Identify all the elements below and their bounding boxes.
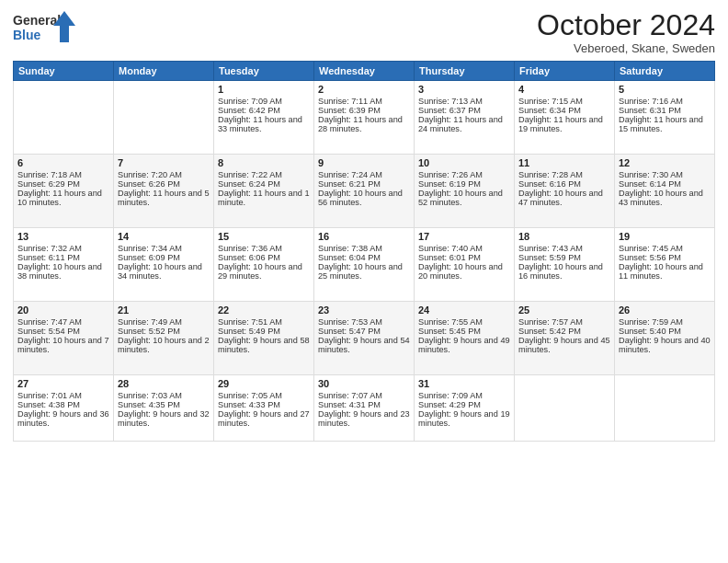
- table-row: 3Sunrise: 7:13 AMSunset: 6:37 PMDaylight…: [415, 81, 515, 155]
- col-thursday: Thursday: [415, 62, 515, 81]
- month-title: October 2024: [537, 9, 715, 41]
- table-row: [615, 375, 715, 442]
- sunrise: Sunrise: 7:15 AM: [518, 97, 583, 106]
- day-number: 26: [619, 304, 711, 316]
- sunset: Sunset: 6:06 PM: [218, 253, 280, 262]
- sunset: Sunset: 5:45 PM: [418, 327, 481, 336]
- col-friday: Friday: [515, 62, 615, 81]
- day-number: 29: [218, 378, 310, 389]
- logo: General Blue: [13, 9, 77, 48]
- sunrise: Sunrise: 7:49 AM: [118, 317, 182, 327]
- sunrise: Sunrise: 7:40 AM: [418, 244, 483, 253]
- daylight: Daylight: 11 hours and 10 minutes.: [17, 189, 102, 207]
- day-number: 8: [218, 157, 310, 168]
- daylight: Daylight: 11 hours and 15 minutes.: [619, 115, 703, 133]
- day-number: 10: [418, 157, 510, 168]
- day-number: 2: [318, 84, 410, 95]
- table-row: 7Sunrise: 7:20 AMSunset: 6:26 PMDaylight…: [114, 155, 214, 228]
- daylight: Daylight: 10 hours and 20 minutes.: [418, 262, 503, 281]
- day-number: 19: [619, 231, 711, 242]
- daylight: Daylight: 9 hours and 36 minutes.: [17, 409, 109, 428]
- daylight: Daylight: 9 hours and 54 minutes.: [318, 336, 410, 354]
- sunrise: Sunrise: 7:51 AM: [218, 317, 282, 327]
- table-row: 10Sunrise: 7:26 AMSunset: 6:19 PMDayligh…: [415, 155, 515, 228]
- sunrise: Sunrise: 7:43 AM: [518, 244, 583, 253]
- sunset: Sunset: 6:21 PM: [318, 179, 381, 189]
- day-number: 11: [518, 157, 610, 168]
- table-row: 26Sunrise: 7:59 AMSunset: 5:40 PMDayligh…: [615, 302, 715, 375]
- sunrise: Sunrise: 7:22 AM: [218, 170, 282, 179]
- sunrise: Sunrise: 7:36 AM: [218, 244, 282, 253]
- sunset: Sunset: 6:14 PM: [619, 179, 681, 189]
- col-saturday: Saturday: [615, 62, 715, 81]
- title-area: October 2024 Veberoed, Skane, Sweden: [537, 9, 715, 55]
- day-number: 13: [17, 231, 109, 242]
- sunset: Sunset: 6:19 PM: [418, 179, 481, 189]
- sunset: Sunset: 5:49 PM: [218, 327, 280, 336]
- table-row: 13Sunrise: 7:32 AMSunset: 6:11 PMDayligh…: [14, 228, 114, 302]
- sunrise: Sunrise: 7:20 AM: [118, 170, 182, 179]
- sunset: Sunset: 6:31 PM: [619, 106, 681, 115]
- sunrise: Sunrise: 7:53 AM: [318, 317, 382, 327]
- location: Veberoed, Skane, Sweden: [537, 41, 715, 55]
- svg-text:Blue: Blue: [13, 28, 41, 42]
- sunset: Sunset: 6:42 PM: [218, 106, 280, 115]
- table-row: 22Sunrise: 7:51 AMSunset: 5:49 PMDayligh…: [214, 302, 314, 375]
- table-row: [114, 81, 214, 155]
- day-number: 6: [17, 157, 109, 168]
- day-number: 5: [619, 84, 711, 95]
- day-number: 9: [318, 157, 410, 168]
- day-number: 7: [118, 157, 210, 168]
- table-row: 27Sunrise: 7:01 AMSunset: 4:38 PMDayligh…: [14, 375, 114, 442]
- daylight: Daylight: 10 hours and 11 minutes.: [619, 262, 703, 281]
- table-row: 28Sunrise: 7:03 AMSunset: 4:35 PMDayligh…: [114, 375, 214, 442]
- sunrise: Sunrise: 7:34 AM: [118, 244, 182, 253]
- day-number: 23: [318, 304, 410, 316]
- daylight: Daylight: 10 hours and 47 minutes.: [518, 189, 603, 207]
- table-row: 2Sunrise: 7:11 AMSunset: 6:39 PMDaylight…: [314, 81, 415, 155]
- sunset: Sunset: 5:42 PM: [518, 327, 581, 336]
- table-row: 29Sunrise: 7:05 AMSunset: 4:33 PMDayligh…: [214, 375, 314, 442]
- sunrise: Sunrise: 7:26 AM: [418, 170, 483, 179]
- daylight: Daylight: 11 hours and 5 minutes.: [118, 189, 210, 207]
- sunset: Sunset: 6:34 PM: [518, 106, 581, 115]
- sunset: Sunset: 6:04 PM: [318, 253, 381, 262]
- sunset: Sunset: 5:52 PM: [118, 327, 180, 336]
- table-row: 11Sunrise: 7:28 AMSunset: 6:16 PMDayligh…: [515, 155, 615, 228]
- sunset: Sunset: 6:01 PM: [418, 253, 481, 262]
- table-row: 15Sunrise: 7:36 AMSunset: 6:06 PMDayligh…: [214, 228, 314, 302]
- sunrise: Sunrise: 7:30 AM: [619, 170, 683, 179]
- sunset: Sunset: 6:37 PM: [418, 106, 481, 115]
- table-row: 17Sunrise: 7:40 AMSunset: 6:01 PMDayligh…: [415, 228, 515, 302]
- daylight: Daylight: 10 hours and 43 minutes.: [619, 189, 703, 207]
- day-number: 17: [418, 231, 510, 242]
- table-row: 14Sunrise: 7:34 AMSunset: 6:09 PMDayligh…: [114, 228, 214, 302]
- table-row: 31Sunrise: 7:09 AMSunset: 4:29 PMDayligh…: [415, 375, 515, 442]
- daylight: Daylight: 10 hours and 2 minutes.: [118, 336, 210, 354]
- sunset: Sunset: 5:59 PM: [518, 253, 581, 262]
- daylight: Daylight: 9 hours and 23 minutes.: [318, 409, 410, 428]
- sunrise: Sunrise: 7:11 AM: [318, 97, 382, 106]
- sunrise: Sunrise: 7:55 AM: [418, 317, 483, 327]
- sunset: Sunset: 6:11 PM: [17, 253, 80, 262]
- daylight: Daylight: 11 hours and 19 minutes.: [518, 115, 603, 133]
- table-row: 18Sunrise: 7:43 AMSunset: 5:59 PMDayligh…: [515, 228, 615, 302]
- sunset: Sunset: 6:26 PM: [118, 179, 180, 189]
- col-tuesday: Tuesday: [214, 62, 314, 81]
- table-row: 30Sunrise: 7:07 AMSunset: 4:31 PMDayligh…: [314, 375, 415, 442]
- table-row: 8Sunrise: 7:22 AMSunset: 6:24 PMDaylight…: [214, 155, 314, 228]
- day-number: 14: [118, 231, 210, 242]
- sunrise: Sunrise: 7:47 AM: [17, 317, 82, 327]
- sunset: Sunset: 6:29 PM: [17, 179, 80, 189]
- daylight: Daylight: 9 hours and 19 minutes.: [418, 409, 510, 428]
- page-header: General Blue October 2024 Veberoed, Skan…: [13, 9, 715, 55]
- sunrise: Sunrise: 7:09 AM: [218, 97, 282, 106]
- daylight: Daylight: 11 hours and 1 minute.: [218, 189, 310, 207]
- col-wednesday: Wednesday: [314, 62, 415, 81]
- logo-svg: General Blue: [13, 9, 77, 48]
- day-number: 18: [518, 231, 610, 242]
- day-number: 4: [518, 84, 610, 95]
- daylight: Daylight: 9 hours and 58 minutes.: [218, 336, 310, 354]
- day-number: 31: [418, 378, 510, 389]
- table-row: 20Sunrise: 7:47 AMSunset: 5:54 PMDayligh…: [14, 302, 114, 375]
